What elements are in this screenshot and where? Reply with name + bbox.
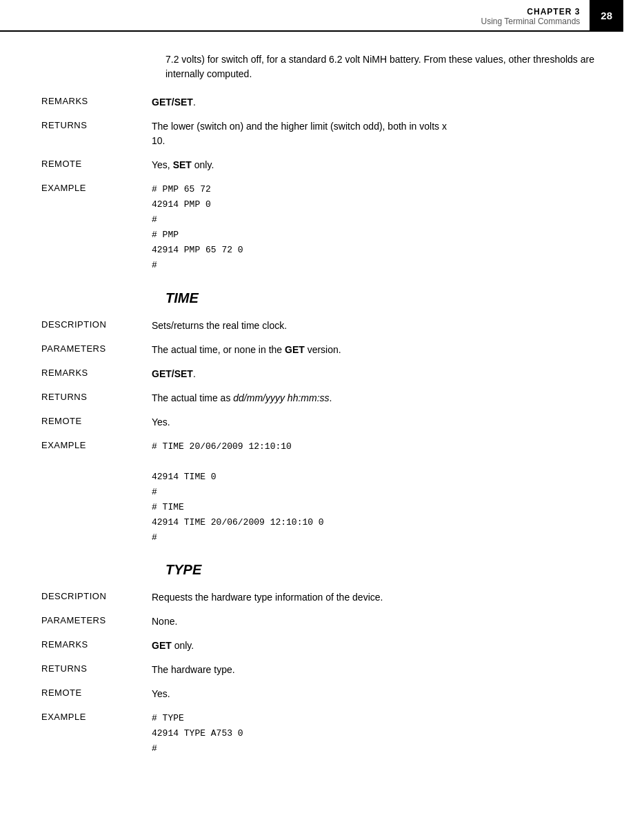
time-remarks-entry: Remarks GET/SET. bbox=[41, 367, 623, 381]
type-example-label: Example bbox=[41, 711, 152, 756]
time-parameters-content: The actual time, or none in the GET vers… bbox=[152, 343, 623, 357]
type-description-entry: Description Requests the hardware type i… bbox=[41, 590, 623, 605]
time-returns-content: The actual time as dd/mm/yyyy hh:mm:ss. bbox=[152, 391, 623, 405]
time-remarks-content: GET/SET. bbox=[152, 367, 623, 381]
type-example-entry: Example # TYPE 42914 TYPE A753 0 # bbox=[41, 711, 623, 756]
type-returns-entry: Returns The hardware type. bbox=[41, 663, 623, 677]
type-section-heading: TYPE bbox=[165, 562, 623, 578]
page-container: CHAPTER 3 Using Terminal Commands 28 7.2… bbox=[0, 0, 644, 813]
pmp-returns-content: The lower (switch on) and the higher lim… bbox=[152, 119, 623, 148]
pmp-remarks-label: Remarks bbox=[41, 95, 152, 110]
type-description-label: Description bbox=[41, 590, 152, 605]
time-remarks-label: Remarks bbox=[41, 367, 152, 381]
type-parameters-content: None. bbox=[152, 614, 623, 629]
time-remote-label: Remote bbox=[41, 415, 152, 430]
type-parameters-entry: Parameters None. bbox=[41, 614, 623, 629]
pmp-remote-content: Yes, SET only. bbox=[152, 158, 623, 172]
pmp-example-entry: Example # PMP 65 72 42914 PMP 0 # # PMP … bbox=[41, 182, 623, 274]
type-remote-entry: Remote Yes. bbox=[41, 687, 623, 701]
content-area: 7.2 volts) for switch off, for a standar… bbox=[0, 32, 644, 787]
pmp-example-label: Example bbox=[41, 182, 152, 274]
type-remote-label: Remote bbox=[41, 687, 152, 701]
chapter-title: Using Terminal Commands bbox=[481, 17, 580, 26]
type-remarks-label: Remarks bbox=[41, 639, 152, 653]
time-parameters-label: Parameters bbox=[41, 343, 152, 357]
type-returns-label: Returns bbox=[41, 663, 152, 677]
time-description-label: Description bbox=[41, 319, 152, 333]
time-description-content: Sets/returns the real time clock. bbox=[152, 319, 623, 333]
type-returns-content: The hardware type. bbox=[152, 663, 623, 677]
pmp-example-content: # PMP 65 72 42914 PMP 0 # # PMP 42914 PM… bbox=[152, 182, 623, 274]
pmp-remarks-content: GET/SET. bbox=[152, 95, 623, 110]
pmp-remote-entry: Remote Yes, SET only. bbox=[41, 158, 623, 172]
type-example-content: # TYPE 42914 TYPE A753 0 # bbox=[152, 711, 623, 756]
intro-text: 7.2 volts) for switch off, for a standar… bbox=[165, 52, 623, 81]
type-description-content: Requests the hardware type information o… bbox=[152, 590, 623, 605]
time-remote-content: Yes. bbox=[152, 415, 623, 430]
time-returns-entry: Returns The actual time as dd/mm/yyyy hh… bbox=[41, 391, 623, 405]
pmp-returns-entry: Returns The lower (switch on) and the hi… bbox=[41, 119, 623, 148]
page-number: 28 bbox=[590, 0, 623, 30]
time-example-label: Example bbox=[41, 439, 152, 546]
time-example-entry: Example # TIME 20/06/2009 12:10:10 42914… bbox=[41, 439, 623, 546]
type-remote-content: Yes. bbox=[152, 687, 623, 701]
time-description-entry: Description Sets/returns the real time c… bbox=[41, 319, 623, 333]
time-remote-entry: Remote Yes. bbox=[41, 415, 623, 430]
time-parameters-entry: Parameters The actual time, or none in t… bbox=[41, 343, 623, 357]
pmp-remarks-entry: Remarks GET/SET. bbox=[41, 95, 623, 110]
time-example-content: # TIME 20/06/2009 12:10:10 42914 TIME 0 … bbox=[152, 439, 623, 546]
chapter-label: CHAPTER 3 bbox=[527, 7, 580, 17]
type-remarks-entry: Remarks GET only. bbox=[41, 639, 623, 653]
type-parameters-label: Parameters bbox=[41, 614, 152, 629]
pmp-remote-label: Remote bbox=[41, 158, 152, 172]
time-section-heading: TIME bbox=[165, 290, 623, 306]
time-returns-label: Returns bbox=[41, 391, 152, 405]
pmp-returns-label: Returns bbox=[41, 119, 152, 148]
type-remarks-content: GET only. bbox=[152, 639, 623, 653]
